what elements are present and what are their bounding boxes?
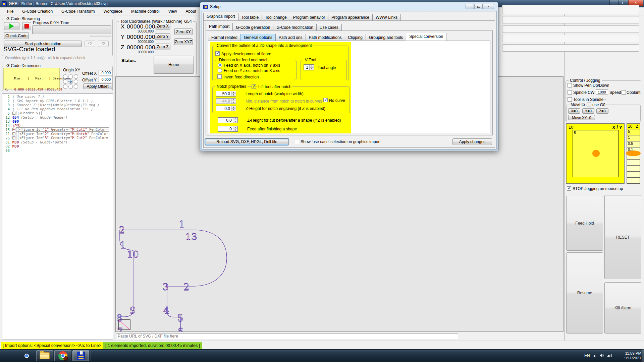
setup-dialog-titlebar[interactable]: Setup: [200, 2, 498, 11]
stop-jogging-checkbox[interactable]: [567, 186, 571, 191]
origin-radio[interactable]: [74, 79, 78, 84]
offset-x-input[interactable]: [99, 70, 112, 75]
origin-radio[interactable]: [74, 74, 78, 79]
tray-language[interactable]: EN: [584, 353, 590, 358]
code-line[interactable]: 21+(<Figure Id="2" Geometry="M_Notch" Pe…: [2, 132, 113, 136]
tray-clock[interactable]: 11:59 PM 9/11/2021: [614, 351, 641, 360]
feed-after-spinner[interactable]: 0▲▼: [218, 126, 238, 132]
origin-radio[interactable]: [68, 79, 73, 84]
no-curve-checkbox[interactable]: [323, 98, 328, 102]
show-desktop-button[interactable]: [642, 349, 644, 362]
tray-show-hidden-icon[interactable]: ▲: [593, 354, 596, 357]
tab-program-behavior[interactable]: Program behavior: [290, 14, 328, 20]
tab-use-cases[interactable]: Use cases: [316, 24, 342, 31]
speed-div2-button[interactable]: /2: [98, 41, 109, 47]
spindle-cw-checkbox[interactable]: [568, 90, 572, 95]
show-pen-checkbox[interactable]: [568, 83, 572, 87]
origin-radio[interactable]: [68, 74, 73, 79]
feed-y-radio[interactable]: [218, 68, 222, 73]
menu-item-about[interactable]: About: [181, 8, 200, 15]
tab-path-add-ons[interactable]: Path add ons: [275, 34, 306, 41]
jog-xy-handle[interactable]: [592, 150, 600, 157]
overrides-toggle[interactable]: Overrides (grbl 1.1 only) - click to exp…: [4, 56, 86, 60]
tab-g-code-generation[interactable]: G-Code generation: [232, 24, 273, 31]
jog-z-row[interactable]: 5: [627, 129, 640, 135]
menu-item-g-code-creation[interactable]: G-Code Creation: [18, 8, 57, 15]
code-line[interactable]: 15+(<Figure Id="1" Geometry="M_Cut1" Pen…: [2, 128, 113, 132]
jog-z-row[interactable]: 1: [627, 135, 640, 141]
coolant-checkbox[interactable]: [622, 90, 626, 95]
cut-zheight-spinner[interactable]: 0.0▲▼: [218, 117, 238, 123]
jog-z-row[interactable]: [627, 178, 640, 184]
tab-grouping-and-tools[interactable]: Grouping and tools: [366, 34, 406, 41]
apply-development-checkbox[interactable]: [215, 51, 220, 56]
tab-clipping[interactable]: Clipping: [345, 34, 366, 41]
right-splitter[interactable]: [564, 8, 565, 341]
tab-general-options[interactable]: General options: [240, 34, 276, 41]
resume-button[interactable]: Resume: [566, 252, 603, 334]
feed-x-radio[interactable]: [218, 63, 222, 67]
jog-xy-pad[interactable]: 10 X / Y 0.10.515: [566, 123, 625, 184]
tool-in-spindle-checkbox[interactable]: [568, 97, 572, 102]
zero-y-button[interactable]: Zero Y: [155, 33, 170, 40]
expand-icon[interactable]: +: [12, 132, 15, 135]
tab-path-modifications[interactable]: Path modifications: [306, 34, 345, 41]
jog-z-row[interactable]: [627, 172, 640, 178]
dialog-minimize-button[interactable]: –: [466, 4, 474, 9]
reload-file-button[interactable]: Reload SVG, DXF, HPGL, Drill file: [205, 138, 289, 145]
apply-offset-button[interactable]: Apply Offset: [83, 83, 112, 89]
notch-length-spinner[interactable]: 50.0▲▼: [216, 91, 236, 97]
expand-icon[interactable]: +: [12, 136, 15, 139]
zero-x-button[interactable]: Zero X: [155, 23, 170, 29]
gcode-editor[interactable]: 1( Use case: ? )2( SVG import by GRBL-Pl…: [2, 93, 113, 340]
expand-icon[interactable]: +: [12, 128, 15, 131]
tray-network-icon[interactable]: [606, 353, 612, 359]
code-line[interactable]: 1( Use case: ? ): [2, 95, 113, 99]
kill-alarm-button[interactable]: Kill Alarm: [604, 282, 641, 334]
menu-item-view[interactable]: View: [164, 8, 181, 15]
check-code-button[interactable]: Check Code: [4, 32, 29, 39]
speed-x2-button[interactable]: *2: [85, 41, 95, 47]
taskbar-grbl-plotter-button[interactable]: [72, 350, 89, 361]
origin-radio[interactable]: [63, 84, 67, 89]
tab-tool-table[interactable]: Tool table: [238, 14, 262, 20]
zero-xy-button[interactable]: Zero XY: [174, 28, 193, 35]
stop-stream-button[interactable]: [22, 22, 31, 30]
reset-button[interactable]: RESET: [604, 195, 641, 279]
move-xy0-button[interactable]: Move XY=0: [568, 115, 595, 120]
apply-changes-button[interactable]: Apply changes: [452, 138, 492, 145]
spindle-speed-input[interactable]: [596, 89, 608, 95]
jog-z-row[interactable]: [627, 160, 640, 166]
tab-g-code-modification[interactable]: G-Code modification: [273, 24, 316, 31]
menu-item-workpiece[interactable]: Workpiece: [99, 8, 126, 15]
start-stream-button[interactable]: [4, 22, 19, 30]
jog-z-row[interactable]: [627, 166, 640, 172]
move-x0-button[interactable]: X=0: [568, 108, 580, 114]
paste-url-input[interactable]: [116, 333, 458, 339]
move-z0-button[interactable]: Z=0: [596, 108, 608, 114]
tab-special-conversion[interactable]: Special conversion: [406, 33, 446, 41]
origin-radio[interactable]: [63, 74, 67, 79]
code-line[interactable]: 13G90: [2, 119, 113, 123]
taskbar-browser2-button[interactable]: [54, 350, 71, 361]
code-line[interactable]: 4( !!! No Pen up/down translation !!! ): [2, 107, 113, 111]
invert-feed-checkbox[interactable]: [217, 74, 222, 79]
notch-zheight-spinner[interactable]: 0.0▲▼: [216, 106, 236, 111]
tab-program-appearance[interactable]: Program appearance: [328, 14, 373, 20]
code-line[interactable]: 83: [2, 148, 113, 152]
tab-path-import[interactable]: Path import: [206, 23, 233, 31]
code-line[interactable]: 2( SVG import by GRBL-Plotter 1.6.1.1 ): [2, 99, 113, 103]
code-line[interactable]: 82M30: [2, 144, 113, 148]
code-line[interactable]: 3( Source: C:\Users\Admin\Desktop\33.svg…: [2, 103, 113, 107]
expand-icon[interactable]: +: [12, 112, 15, 115]
tab-graphics-import[interactable]: Graphics import: [203, 13, 238, 20]
menu-item-g-code-transform[interactable]: G-Code Transform: [57, 8, 99, 15]
tab-www-links[interactable]: WWW Links: [372, 14, 401, 20]
lift-tool-checkbox[interactable]: [252, 84, 256, 89]
origin-radio[interactable]: [74, 84, 78, 89]
jog-z-handle[interactable]: [626, 150, 641, 156]
tab-tool-change[interactable]: Tool change: [262, 14, 290, 20]
tab-format-related[interactable]: Format related: [208, 34, 241, 41]
code-line[interactable]: 12G54 (Setup - GCode-Header): [2, 115, 113, 119]
origin-radio[interactable]: [63, 79, 67, 84]
